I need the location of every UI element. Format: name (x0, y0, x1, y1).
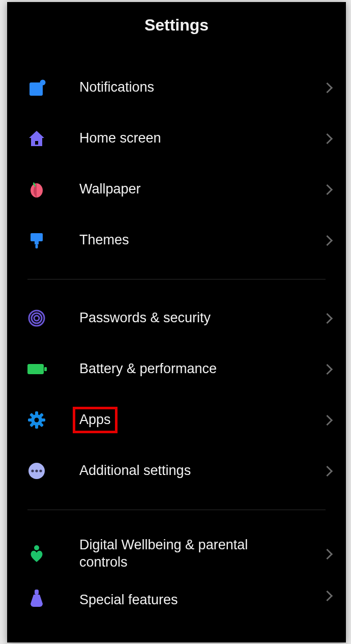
svg-rect-26 (35, 590, 39, 595)
svg-rect-0 (30, 82, 43, 96)
settings-screen: Settings Notifications Home screen (7, 2, 346, 642)
row-label: Passwords & security (74, 306, 216, 330)
row-digital-wellbeing[interactable]: Digital Wellbeing & parental controls (7, 523, 346, 584)
flask-icon (27, 589, 50, 607)
svg-point-1 (40, 80, 46, 86)
settings-list: Notifications Home screen Wallpap (7, 62, 346, 615)
svg-rect-5 (36, 244, 38, 248)
svg-point-20 (35, 418, 39, 423)
brush-icon (27, 231, 50, 249)
section-divider (27, 279, 326, 279)
page-title: Settings (144, 16, 209, 35)
chevron-right-icon (324, 464, 332, 478)
svg-rect-2 (35, 141, 38, 145)
chevron-right-icon (324, 182, 332, 197)
svg-rect-4 (35, 241, 39, 244)
svg-point-24 (39, 469, 42, 472)
row-apps[interactable]: Apps (7, 395, 346, 445)
chevron-right-icon (324, 131, 332, 146)
flower-icon (27, 180, 50, 199)
svg-rect-13 (35, 425, 38, 429)
svg-rect-9 (27, 364, 44, 374)
section-divider (27, 510, 326, 510)
chevron-right-icon (324, 547, 332, 561)
row-notifications[interactable]: Notifications (7, 62, 346, 113)
row-label: Home screen (74, 127, 166, 150)
chevron-right-icon (324, 311, 332, 325)
row-battery[interactable]: Battery & performance (7, 344, 346, 395)
gear-icon (27, 411, 50, 429)
notification-badge-icon (27, 78, 50, 97)
svg-rect-12 (35, 411, 38, 415)
chevron-right-icon (324, 233, 332, 247)
battery-icon (27, 363, 50, 375)
row-label: Apps (74, 408, 116, 432)
header: Settings (7, 2, 346, 48)
svg-point-23 (35, 469, 38, 472)
home-icon (27, 129, 50, 148)
chevron-right-icon (324, 589, 332, 603)
row-wallpaper[interactable]: Wallpaper (7, 164, 346, 215)
svg-rect-14 (28, 418, 32, 422)
row-label: Themes (74, 229, 134, 252)
row-label: Notifications (74, 76, 159, 99)
row-themes[interactable]: Themes (7, 215, 346, 266)
svg-rect-3 (31, 233, 43, 241)
svg-rect-15 (41, 418, 45, 422)
svg-rect-10 (44, 367, 47, 371)
row-special-features[interactable]: Special features (7, 584, 346, 615)
row-home-screen[interactable]: Home screen (7, 113, 346, 164)
heart-person-icon (27, 544, 50, 564)
fingerprint-icon (27, 309, 50, 327)
row-label: Battery & performance (74, 357, 222, 381)
row-label: Digital Wellbeing & parental controls (74, 534, 288, 574)
row-label: Wallpaper (74, 178, 146, 201)
row-additional-settings[interactable]: Additional settings (7, 445, 346, 496)
chevron-right-icon (324, 80, 332, 95)
row-label: Additional settings (74, 459, 196, 483)
dots-icon (27, 462, 50, 480)
svg-point-7 (32, 313, 42, 323)
row-passwords-security[interactable]: Passwords & security (7, 293, 346, 344)
chevron-right-icon (324, 362, 332, 376)
row-label: Special features (74, 589, 183, 612)
svg-point-22 (31, 469, 34, 472)
svg-point-8 (34, 316, 39, 321)
chevron-right-icon (324, 413, 332, 427)
svg-point-25 (34, 545, 39, 550)
